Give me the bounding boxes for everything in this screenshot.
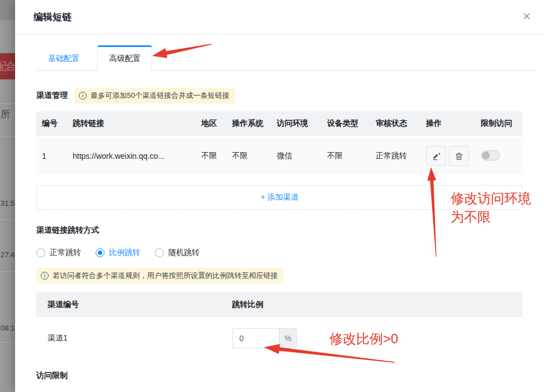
channel-table-header: 编号 跳转链接 地区 操作系统 访问环境 设备类型 审核状态 操作 限制访问	[36, 111, 523, 136]
row-actions	[426, 146, 481, 166]
trash-icon	[455, 152, 463, 161]
channel-management-heading: 渠道管理	[36, 91, 68, 101]
background-fragment: 08:1	[1, 324, 15, 332]
info-icon: i	[41, 272, 49, 280]
row-number: 1	[42, 152, 73, 160]
col-channel-number: 渠道编号	[48, 300, 232, 310]
radio-label: 随机跳转	[168, 248, 200, 258]
row-region: 不限	[201, 151, 232, 161]
background-divider	[0, 136, 15, 136]
ratio-note-wrap: i 若访问者符合多个渠道规则，用户将按照所设置的比例跳转至相应链接	[36, 268, 523, 284]
toggle-knob	[482, 152, 490, 159]
modal-title: 编辑短链	[34, 12, 72, 22]
modal-header: 编辑短链 ×	[15, 0, 544, 34]
col-region: 地区	[201, 119, 232, 129]
ratio-row-channel: 渠道1	[48, 333, 232, 343]
col-os: 操作系统	[232, 119, 277, 129]
background-fragment: 27:4	[1, 251, 15, 259]
background-divider	[0, 219, 15, 220]
channel-limit-note-text: 最多可添加50个渠道链接合并成一条短链接	[91, 91, 229, 101]
col-jump-ratio: 跳转比例	[232, 300, 523, 310]
background-topbar	[0, 0, 15, 20]
radio-icon-selected	[96, 248, 105, 257]
channel-limit-note: i 最多可添加50个渠道链接合并成一条短链接	[74, 88, 235, 103]
pencil-icon	[432, 152, 441, 161]
dimmed-background: 配合 所 31:5 27:4 08:1	[0, 0, 15, 392]
row-status: 正常跳转	[376, 151, 426, 161]
col-status: 审核状态	[376, 119, 426, 129]
modal-body: 基础配置 高级配置 渠道管理 i 最多可添加50个渠道链接合并成一条短链接 编号…	[15, 34, 544, 381]
radio-normal-jump[interactable]: 正常跳转	[36, 248, 81, 258]
col-number: 编号	[42, 119, 73, 129]
radio-icon	[155, 248, 164, 257]
row-env: 微信	[277, 151, 327, 161]
radio-label: 比例跳转	[109, 248, 140, 258]
access-limit-heading: 访问限制	[36, 371, 523, 381]
close-icon[interactable]: ×	[517, 0, 536, 34]
restrict-cell	[481, 150, 523, 162]
radio-ratio-jump[interactable]: 比例跳转	[96, 248, 140, 258]
delete-channel-button[interactable]	[449, 146, 469, 166]
channel-table-row: 1 https://work.weixin.qq.co... 不限 不限 微信 …	[36, 138, 523, 174]
ratio-rule-note-text: 若访问者符合多个渠道规则，用户将按照所设置的比例跳转至相应链接	[53, 271, 278, 281]
ratio-rule-note: i 若访问者符合多个渠道规则，用户将按照所设置的比例跳转至相应链接	[36, 268, 283, 284]
info-icon: i	[79, 92, 87, 100]
col-restrict: 限制访问	[481, 119, 523, 129]
background-fragment: 配合	[0, 60, 15, 72]
col-jump-link: 跳转链接	[73, 119, 201, 129]
config-tabs: 基础配置 高级配置	[36, 45, 523, 71]
restrict-access-toggle[interactable]	[481, 150, 500, 160]
background-red-button: 配合	[0, 53, 15, 79]
row-url: https://work.weixin.qq.co...	[73, 152, 201, 160]
ratio-input[interactable]	[232, 328, 280, 348]
ratio-table-row: 渠道1 %	[36, 317, 523, 358]
ratio-table: 渠道编号 跳转比例 渠道1 %	[36, 292, 523, 358]
percent-suffix: %	[280, 328, 297, 348]
radio-label: 正常跳转	[50, 248, 81, 258]
channel-table: 编号 跳转链接 地区 操作系统 访问环境 设备类型 审核状态 操作 限制访问 1…	[36, 111, 523, 174]
edit-channel-button[interactable]	[426, 146, 446, 166]
background-fragment: 31:5	[1, 199, 15, 207]
radio-icon	[36, 248, 45, 257]
background-fragment: 所	[1, 108, 10, 121]
background-divider	[0, 103, 15, 104]
row-os: 不限	[232, 151, 277, 161]
add-channel-button[interactable]: + 添加渠道	[36, 185, 523, 210]
col-actions: 操作	[426, 119, 481, 129]
channel-management-section: 渠道管理 i 最多可添加50个渠道链接合并成一条短链接	[36, 88, 523, 103]
edit-shortlink-modal: 编辑短链 × 基础配置 高级配置 渠道管理 i 最多可添加50个渠道链接合并成一…	[15, 0, 544, 392]
background-divider	[0, 271, 15, 272]
jump-method-options: 正常跳转 比例跳转 随机跳转	[36, 248, 523, 258]
ratio-input-group: %	[232, 328, 297, 348]
col-device: 设备类型	[327, 119, 376, 129]
ratio-table-header: 渠道编号 跳转比例	[36, 292, 523, 317]
col-env: 访问环境	[277, 119, 327, 129]
background-divider	[0, 342, 15, 343]
radio-random-jump[interactable]: 随机跳转	[155, 248, 200, 258]
row-device: 不限	[327, 151, 376, 161]
tab-basic-config[interactable]: 基础配置	[36, 45, 91, 71]
jump-method-heading: 渠道链接跳转方式	[36, 225, 523, 235]
tab-advanced-config[interactable]: 高级配置	[97, 45, 152, 71]
